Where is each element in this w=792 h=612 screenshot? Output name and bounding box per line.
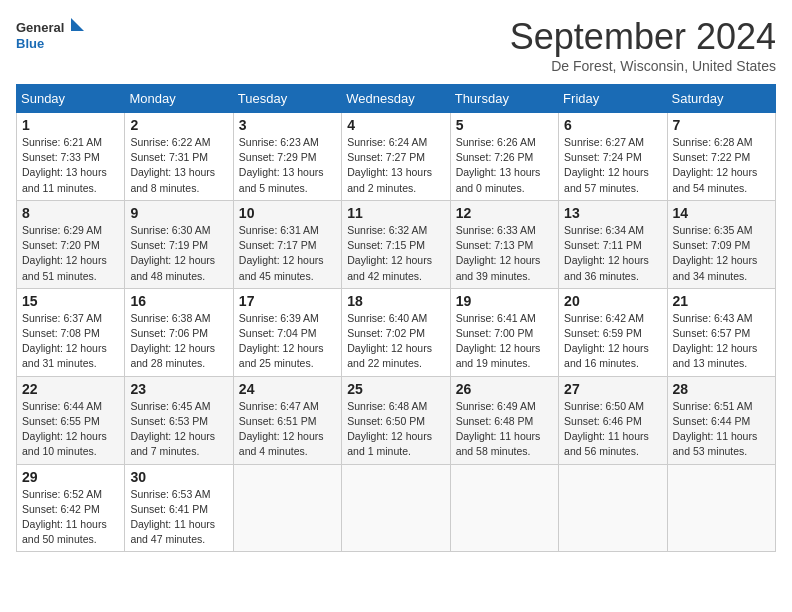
sunset: Sunset: 6:48 PM (456, 415, 534, 427)
sunrise: Sunrise: 6:35 AM (673, 224, 753, 236)
sunset: Sunset: 7:26 PM (456, 151, 534, 163)
day-info: Sunrise: 6:29 AM Sunset: 7:20 PM Dayligh… (22, 223, 119, 284)
sunset: Sunset: 7:13 PM (456, 239, 534, 251)
sunrise: Sunrise: 6:49 AM (456, 400, 536, 412)
daylight: Daylight: 13 hours and 5 minutes. (239, 166, 324, 193)
calendar-cell: 21 Sunrise: 6:43 AM Sunset: 6:57 PM Dayl… (667, 288, 775, 376)
calendar-cell: 9 Sunrise: 6:30 AM Sunset: 7:19 PM Dayli… (125, 200, 233, 288)
day-number: 27 (564, 381, 661, 397)
sunset: Sunset: 7:19 PM (130, 239, 208, 251)
daylight: Daylight: 12 hours and 22 minutes. (347, 342, 432, 369)
day-number: 17 (239, 293, 336, 309)
day-number: 5 (456, 117, 553, 133)
daylight: Daylight: 12 hours and 51 minutes. (22, 254, 107, 281)
day-info: Sunrise: 6:49 AM Sunset: 6:48 PM Dayligh… (456, 399, 553, 460)
day-number: 20 (564, 293, 661, 309)
calendar-cell: 3 Sunrise: 6:23 AM Sunset: 7:29 PM Dayli… (233, 113, 341, 201)
day-info: Sunrise: 6:43 AM Sunset: 6:57 PM Dayligh… (673, 311, 770, 372)
day-info: Sunrise: 6:38 AM Sunset: 7:06 PM Dayligh… (130, 311, 227, 372)
sunrise: Sunrise: 6:27 AM (564, 136, 644, 148)
daylight: Daylight: 12 hours and 31 minutes. (22, 342, 107, 369)
calendar-cell: 19 Sunrise: 6:41 AM Sunset: 7:00 PM Dayl… (450, 288, 558, 376)
sunrise: Sunrise: 6:24 AM (347, 136, 427, 148)
calendar-cell (233, 464, 341, 552)
daylight: Daylight: 13 hours and 11 minutes. (22, 166, 107, 193)
day-number: 15 (22, 293, 119, 309)
sunset: Sunset: 7:29 PM (239, 151, 317, 163)
calendar-cell: 24 Sunrise: 6:47 AM Sunset: 6:51 PM Dayl… (233, 376, 341, 464)
day-number: 23 (130, 381, 227, 397)
day-info: Sunrise: 6:45 AM Sunset: 6:53 PM Dayligh… (130, 399, 227, 460)
calendar-cell (559, 464, 667, 552)
calendar-cell: 17 Sunrise: 6:39 AM Sunset: 7:04 PM Dayl… (233, 288, 341, 376)
sunset: Sunset: 7:27 PM (347, 151, 425, 163)
sunrise: Sunrise: 6:45 AM (130, 400, 210, 412)
sunrise: Sunrise: 6:52 AM (22, 488, 102, 500)
sunrise: Sunrise: 6:22 AM (130, 136, 210, 148)
daylight: Daylight: 12 hours and 28 minutes. (130, 342, 215, 369)
weekday-header-saturday: Saturday (667, 85, 775, 113)
daylight: Daylight: 12 hours and 34 minutes. (673, 254, 758, 281)
calendar-cell: 5 Sunrise: 6:26 AM Sunset: 7:26 PM Dayli… (450, 113, 558, 201)
sunset: Sunset: 6:46 PM (564, 415, 642, 427)
sunrise: Sunrise: 6:40 AM (347, 312, 427, 324)
daylight: Daylight: 12 hours and 10 minutes. (22, 430, 107, 457)
day-info: Sunrise: 6:34 AM Sunset: 7:11 PM Dayligh… (564, 223, 661, 284)
day-info: Sunrise: 6:44 AM Sunset: 6:55 PM Dayligh… (22, 399, 119, 460)
sunrise: Sunrise: 6:38 AM (130, 312, 210, 324)
day-info: Sunrise: 6:22 AM Sunset: 7:31 PM Dayligh… (130, 135, 227, 196)
daylight: Daylight: 12 hours and 13 minutes. (673, 342, 758, 369)
daylight: Daylight: 11 hours and 56 minutes. (564, 430, 649, 457)
day-info: Sunrise: 6:26 AM Sunset: 7:26 PM Dayligh… (456, 135, 553, 196)
calendar-cell (342, 464, 450, 552)
day-number: 21 (673, 293, 770, 309)
sunset: Sunset: 6:41 PM (130, 503, 208, 515)
calendar-cell: 27 Sunrise: 6:50 AM Sunset: 6:46 PM Dayl… (559, 376, 667, 464)
day-number: 1 (22, 117, 119, 133)
sunset: Sunset: 7:00 PM (456, 327, 534, 339)
day-number: 12 (456, 205, 553, 221)
sunset: Sunset: 7:24 PM (564, 151, 642, 163)
daylight: Daylight: 12 hours and 39 minutes. (456, 254, 541, 281)
sunset: Sunset: 6:59 PM (564, 327, 642, 339)
daylight: Daylight: 12 hours and 4 minutes. (239, 430, 324, 457)
sunrise: Sunrise: 6:43 AM (673, 312, 753, 324)
sunrise: Sunrise: 6:26 AM (456, 136, 536, 148)
sunset: Sunset: 7:04 PM (239, 327, 317, 339)
calendar-header: SundayMondayTuesdayWednesdayThursdayFrid… (17, 85, 776, 113)
daylight: Daylight: 12 hours and 25 minutes. (239, 342, 324, 369)
daylight: Daylight: 12 hours and 1 minute. (347, 430, 432, 457)
svg-marker-2 (71, 18, 84, 31)
daylight: Daylight: 11 hours and 58 minutes. (456, 430, 541, 457)
calendar-week-4: 22 Sunrise: 6:44 AM Sunset: 6:55 PM Dayl… (17, 376, 776, 464)
day-info: Sunrise: 6:30 AM Sunset: 7:19 PM Dayligh… (130, 223, 227, 284)
sunrise: Sunrise: 6:28 AM (673, 136, 753, 148)
sunrise: Sunrise: 6:44 AM (22, 400, 102, 412)
sunrise: Sunrise: 6:30 AM (130, 224, 210, 236)
weekday-header-sunday: Sunday (17, 85, 125, 113)
day-number: 30 (130, 469, 227, 485)
sunset: Sunset: 7:02 PM (347, 327, 425, 339)
calendar-week-3: 15 Sunrise: 6:37 AM Sunset: 7:08 PM Dayl… (17, 288, 776, 376)
title-block: September 2024 De Forest, Wisconsin, Uni… (510, 16, 776, 74)
calendar-cell: 13 Sunrise: 6:34 AM Sunset: 7:11 PM Dayl… (559, 200, 667, 288)
calendar-table: SundayMondayTuesdayWednesdayThursdayFrid… (16, 84, 776, 552)
calendar-cell: 15 Sunrise: 6:37 AM Sunset: 7:08 PM Dayl… (17, 288, 125, 376)
logo: General Blue (16, 16, 86, 56)
day-number: 7 (673, 117, 770, 133)
daylight: Daylight: 13 hours and 0 minutes. (456, 166, 541, 193)
weekday-header-wednesday: Wednesday (342, 85, 450, 113)
day-number: 26 (456, 381, 553, 397)
day-number: 6 (564, 117, 661, 133)
sunrise: Sunrise: 6:31 AM (239, 224, 319, 236)
calendar-cell: 6 Sunrise: 6:27 AM Sunset: 7:24 PM Dayli… (559, 113, 667, 201)
day-number: 10 (239, 205, 336, 221)
day-info: Sunrise: 6:40 AM Sunset: 7:02 PM Dayligh… (347, 311, 444, 372)
daylight: Daylight: 12 hours and 57 minutes. (564, 166, 649, 193)
sunset: Sunset: 7:08 PM (22, 327, 100, 339)
day-info: Sunrise: 6:21 AM Sunset: 7:33 PM Dayligh… (22, 135, 119, 196)
calendar-cell: 18 Sunrise: 6:40 AM Sunset: 7:02 PM Dayl… (342, 288, 450, 376)
day-number: 22 (22, 381, 119, 397)
day-number: 4 (347, 117, 444, 133)
sunset: Sunset: 6:50 PM (347, 415, 425, 427)
